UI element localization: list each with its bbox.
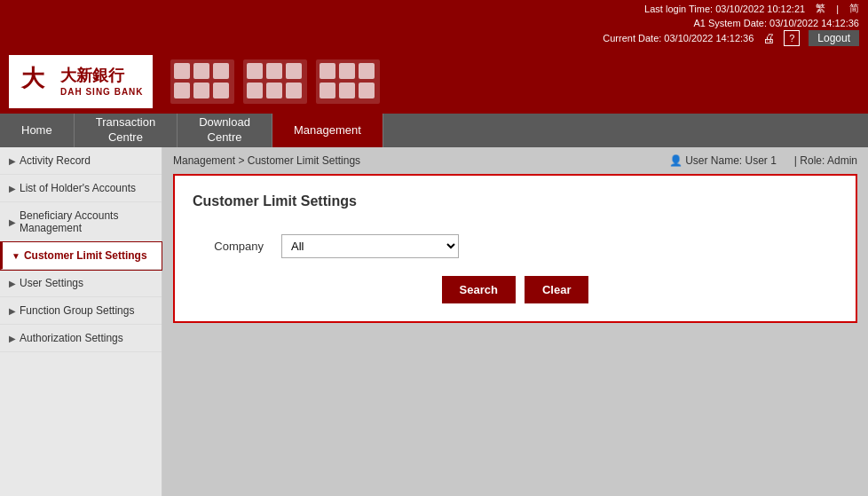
- sidebar-label: Beneficiary Accounts Management: [20, 209, 153, 234]
- breadcrumb: Management > Customer Limit Settings 👤 U…: [173, 154, 857, 167]
- content-wrapper: ▶ Activity Record ▶ List of Holder's Acc…: [0, 147, 868, 496]
- panel-title: Customer Limit Settings: [193, 193, 838, 217]
- sidebar-label: Customer Limit Settings: [24, 249, 147, 262]
- arrow-icon: ▶: [9, 217, 16, 227]
- logo-area: 大 大新銀行 DAH SING BANK: [9, 55, 153, 108]
- nav-home[interactable]: Home: [0, 114, 75, 147]
- sidebar-item-activity-record[interactable]: ▶ Activity Record: [0, 147, 162, 175]
- lang-simplified[interactable]: 简: [849, 2, 859, 15]
- user-icon: 👤: [669, 154, 683, 167]
- sidebar-item-function-group-settings[interactable]: ▶ Function Group Settings: [0, 297, 162, 325]
- sidebar-item-user-settings[interactable]: ▶ User Settings: [0, 270, 162, 297]
- last-login-text: Last login Time: 03/10/2022 10:12:21: [644, 4, 805, 14]
- nav-download-centre[interactable]: DownloadCentre: [178, 114, 272, 147]
- nav-bar: Home TransactionCentre DownloadCentre Ma…: [0, 114, 868, 147]
- sidebar-label: User Settings: [20, 277, 83, 289]
- nav-transaction-centre[interactable]: TransactionCentre: [75, 114, 178, 147]
- sidebar-label: Function Group Settings: [20, 304, 134, 317]
- lang-separator: |: [836, 4, 839, 14]
- header-icons: [170, 59, 859, 104]
- system-date-text: A1 System Date: 03/10/2022 14:12:36: [693, 18, 859, 28]
- clear-button[interactable]: Clear: [525, 276, 589, 303]
- nav-management[interactable]: Management: [272, 114, 383, 147]
- sidebar-item-authorization-settings[interactable]: ▶ Authorization Settings: [0, 325, 162, 352]
- bank-logo-icon: 大: [18, 61, 53, 103]
- print-icon-button[interactable]: 🖨: [762, 31, 775, 45]
- search-button[interactable]: Search: [442, 276, 516, 303]
- button-row: Search Clear: [193, 276, 838, 303]
- svg-text:大: 大: [20, 65, 45, 91]
- arrow-icon: ▶: [9, 184, 16, 193]
- bank-name: 大新銀行 DAH SING BANK: [60, 66, 144, 98]
- sidebar-item-customer-limit-settings[interactable]: ▼ Customer Limit Settings: [0, 242, 162, 270]
- main-content: Management > Customer Limit Settings 👤 U…: [162, 147, 868, 496]
- company-form-row: Company All: [193, 234, 838, 258]
- sidebar-label: Activity Record: [20, 154, 91, 167]
- breadcrumb-text: Management > Customer Limit Settings: [173, 154, 360, 167]
- arrow-icon: ▶: [9, 306, 16, 316]
- company-label: Company: [193, 240, 264, 253]
- customer-limit-settings-panel: Customer Limit Settings Company All Sear…: [173, 174, 857, 323]
- arrow-icon: ▶: [9, 334, 16, 343]
- sidebar-item-beneficiary-accounts[interactable]: ▶ Beneficiary Accounts Management: [0, 202, 162, 242]
- arrow-icon: ▶: [9, 156, 16, 166]
- header: 大 大新銀行 DAH SING BANK: [0, 50, 868, 114]
- arrow-icon: ▶: [9, 279, 16, 288]
- sidebar: ▶ Activity Record ▶ List of Holder's Acc…: [0, 147, 162, 496]
- logout-button[interactable]: Logout: [809, 30, 859, 46]
- top-info-bar: Last login Time: 03/10/2022 10:12:21 繁 |…: [0, 0, 868, 17]
- lang-traditional[interactable]: 繁: [816, 2, 825, 15]
- sidebar-item-list-holder-accounts[interactable]: ▶ List of Holder's Accounts: [0, 175, 162, 202]
- current-date-text: Current Date: 03/10/2022 14:12:36: [603, 33, 754, 43]
- sidebar-label: List of Holder's Accounts: [20, 182, 136, 194]
- sidebar-label: Authorization Settings: [20, 332, 123, 344]
- help-icon-button[interactable]: ?: [784, 30, 800, 46]
- company-select[interactable]: All: [281, 234, 459, 258]
- role-label: | Role: Admin: [794, 154, 857, 167]
- arrow-icon: ▼: [12, 251, 20, 261]
- user-name-label: 👤 User Name: User 1: [669, 154, 777, 167]
- breadcrumb-user: 👤 User Name: User 1 | Role: Admin: [669, 154, 857, 167]
